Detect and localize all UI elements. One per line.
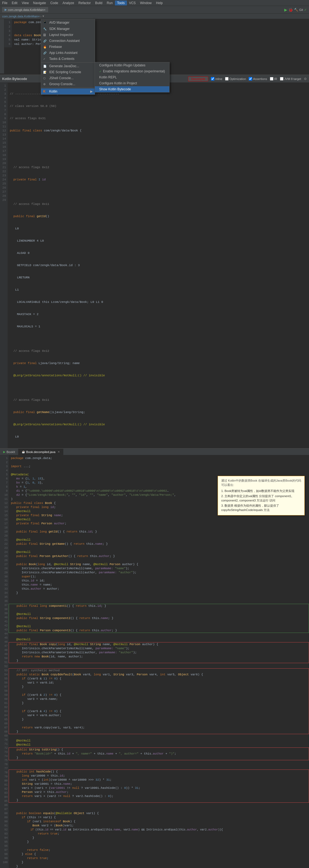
assertions-checkbox-label[interactable]: Assertions — [249, 77, 267, 81]
menu-window[interactable]: Window — [138, 1, 154, 5]
submenu-item-show-bytecode[interactable]: Show Kotlin Bytecode — [95, 86, 169, 92]
dc-line-69: @NotNull — [9, 739, 309, 743]
bc-line-12: L0 — [10, 227, 119, 231]
menu-vcs[interactable]: VCS — [127, 1, 138, 5]
decompile-button[interactable]: Decompile — [188, 76, 208, 81]
bc-line-10: // access flags 0x11 — [10, 202, 119, 206]
dc-line-93: } — [9, 840, 309, 844]
layout-icon: 🖼 — [43, 33, 47, 36]
menu-navigate[interactable]: Navigate — [31, 1, 48, 5]
scripting-icon: 📝 — [43, 71, 47, 74]
bc-line-24: @Lorg/jetbrains/annotations/NotNull;() /… — [10, 374, 119, 378]
git-icon[interactable]: Git — [299, 8, 303, 11]
menu-file[interactable]: File — [0, 1, 9, 5]
dc-line-77: long var10000 = this.id; — [9, 774, 309, 778]
menu-analyze[interactable]: Analyze — [60, 1, 76, 5]
submenu-item-migrations[interactable]: ✓ Enable migrations detection (experimen… — [95, 68, 169, 74]
menu-tools[interactable]: Tools — [115, 1, 127, 5]
settings-icon[interactable]: ⚙ — [304, 77, 307, 81]
bc-line-15: GETFIELD com/zengk/data/Book.id : 3 — [10, 264, 119, 268]
dc-line-40: public final String component2() { retur… — [9, 616, 309, 620]
decompiled-tab-close[interactable]: ✕ — [58, 450, 60, 453]
dc-line-87: if (this != var1) { — [9, 815, 309, 819]
bc-line-4: public final class com/zengk/data/Book { — [10, 129, 119, 133]
ir-checkbox[interactable] — [270, 77, 273, 81]
dc-line-97: return true; — [9, 856, 309, 860]
page-wrapper: File Edit View Navigate Code Analyze Ref… — [0, 0, 309, 868]
menu-item-kotlin[interactable]: K Kotlin ▶ — [41, 88, 95, 94]
dc-line-94 — [9, 844, 309, 848]
dc-line-27: public Book(long id, @NotNull String nam… — [9, 562, 309, 566]
inline-checkbox[interactable] — [211, 77, 214, 81]
jvm8-checkbox[interactable] — [280, 77, 283, 81]
menu-item-groovy[interactable]: ⚙ Groovy Console... — [41, 81, 95, 87]
dc-line-66: return var0.copy(var1, var3, var4); — [9, 726, 309, 730]
tab-decompiled[interactable]: ☕ Book.decompiled.java ✕ — [19, 449, 63, 455]
submenu-item-configure-updates[interactable]: Configure Kotlin Plugin Updates — [95, 62, 169, 68]
menu-build[interactable]: Build — [93, 1, 105, 5]
dc-line-21: @NotNull — [9, 538, 309, 542]
dc-line-24: @NotNull — [9, 550, 309, 554]
run-button[interactable]: ▶ — [284, 8, 287, 12]
menu-view[interactable]: View — [20, 1, 31, 5]
dc-line-58: if ((var5 & 2) != 0) { — [9, 693, 309, 697]
dc-line-59: var3 = var0.name; — [9, 697, 309, 701]
bc-line-19: MAXSTACK = 2 — [10, 312, 119, 316]
menu-item-layout[interactable]: 🖼 Layout Inspector — [41, 32, 95, 38]
dc-line-91: return true; — [9, 832, 309, 836]
assertions-checkbox[interactable] — [249, 77, 252, 81]
menu-item-scripting[interactable]: 📝 IDE Scripting Console — [41, 69, 95, 75]
dc-line-82: return var1 + (var2 != null ? var2.hashC… — [9, 794, 309, 798]
dc-line-10: d2 = {"Lcom/zengk/data/Book;", "", "id",… — [9, 493, 177, 497]
tab-bookit[interactable]: ▶ BookIt — [0, 449, 19, 455]
dc-line-92: } — [9, 836, 309, 840]
ide-toolbar: ▶ com.zengk.data.KotlinMain× ▶ 🐞 🔨 Git ✓ — [0, 6, 309, 13]
check-migrations-icon: ✓ — [99, 70, 101, 73]
bc-line-2: // class version 50.0 (50) — [10, 104, 119, 108]
dc-line-26 — [9, 558, 309, 562]
menu-item-avd[interactable]: 📱 AVD Manager — [41, 19, 95, 26]
jvm8-checkbox-label[interactable]: JVM 8 target — [280, 77, 301, 81]
bookkit-label: ▶ — [5, 8, 7, 11]
menu-refactor[interactable]: Refactor — [76, 1, 93, 5]
inline-checkbox-label[interactable]: inline — [211, 77, 222, 81]
bytecode-toolbar: Decompile inline Optimization Assertions… — [188, 76, 307, 81]
ir-checkbox-label[interactable]: IR — [270, 77, 277, 81]
menu-help[interactable]: Help — [154, 1, 165, 5]
build-button[interactable]: 🔨 — [294, 8, 298, 12]
submenu-item-repl[interactable]: Kotlin REPL — [95, 74, 169, 80]
optimization-checkbox-label[interactable]: Optimization — [225, 77, 246, 81]
dc-line-38 — [9, 608, 309, 612]
project-selector[interactable]: ▶ com.zengk.data.KotlinMain× — [2, 7, 48, 12]
menu-item-firebase[interactable]: 🔥 Firebase — [41, 44, 95, 50]
bc-line-18: LOCALVARIABLE this Lcom/zengk/data/Book;… — [10, 300, 119, 304]
menu-run[interactable]: Run — [105, 1, 115, 5]
dc-line-89: Book var2 = (Book)var1; — [9, 824, 309, 828]
dc-gutter: 12345678910 11121314151617181920 2122232… — [0, 455, 9, 868]
menu-code[interactable]: Code — [48, 1, 60, 5]
dc-line-22: public final String getName() { return t… — [9, 542, 309, 546]
menu-edit[interactable]: Edit — [9, 1, 20, 5]
annotation-item-2: 2. 主构器中你定义的val属性 分别提供了 component1, compo… — [221, 494, 301, 502]
bc-line-20: MAXLOCALS = 1 — [10, 324, 119, 329]
submenu-item-configure-project[interactable]: Configure Kotlin in Project — [95, 80, 169, 86]
dc-line-78: int var1 = (int)(var10000 ^ var10000 >>>… — [9, 778, 309, 782]
connection-icon: 🔗 — [43, 39, 47, 42]
hashcode-section: public int hashCode() { long var10000 = … — [9, 770, 309, 803]
bc-line-13: LINENUMBER 4 L0 — [10, 239, 119, 243]
optimization-checkbox[interactable] — [225, 77, 229, 81]
dc-line-99: } — [9, 865, 309, 868]
menu-item-tasks[interactable]: ✓ Tasks & Contexts — [41, 56, 95, 62]
debug-button[interactable]: 🐞 — [288, 8, 293, 12]
menu-item-javadoc[interactable]: 📄 Generate JavaDoc... — [41, 63, 95, 69]
menu-item-sdk[interactable]: 🔧 SDK Manager — [41, 26, 95, 32]
bc-lines: // ----------------com/zengk/data/Book.c… — [8, 83, 122, 448]
dc-line-9: d1 = {"\u0000.\u0000\u0018\u0002\u0010\u… — [9, 489, 172, 493]
dc-line-2 — [9, 460, 309, 464]
menu-item-applinks[interactable]: 🔗 App Links Assistant — [41, 50, 95, 56]
menu-item-connection[interactable]: 🔗 Connection Assistant — [41, 38, 95, 44]
menu-item-jshell[interactable]: ⬡ JShell Console... — [41, 75, 95, 81]
bc-line-7: // access flags 0x12 — [10, 165, 119, 169]
bookit-tab-icon: ▶ — [3, 450, 5, 453]
dc-line-42: @NotNull — [9, 624, 309, 628]
